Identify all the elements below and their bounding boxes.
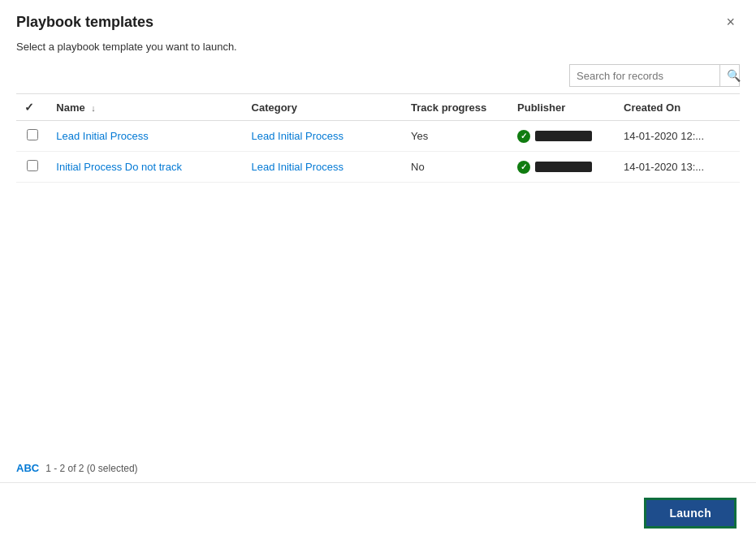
row-category-link[interactable]: Lead Initial Process xyxy=(252,130,343,142)
row-name-cell: Lead Initial Process xyxy=(48,121,243,152)
row-name-link[interactable]: Initial Process Do not track xyxy=(56,161,182,173)
header-check: ✓ xyxy=(16,94,48,121)
dialog-header: Playbook templates × xyxy=(0,0,756,37)
row-checkbox[interactable] xyxy=(27,129,38,140)
row-name-link[interactable]: Lead Initial Process xyxy=(56,130,148,142)
row-created-cell: 14-01-2020 13:... xyxy=(616,152,740,183)
header-publisher: Publisher xyxy=(509,94,616,121)
pagination-summary: 1 - 2 of 2 (0 selected) xyxy=(45,463,137,474)
publisher-redacted-name xyxy=(535,131,592,141)
pagination: ABC 1 - 2 of 2 (0 selected) xyxy=(0,454,756,482)
table-header-row: ✓ Name ↓ Category Track progress Publish… xyxy=(16,94,740,121)
search-input[interactable] xyxy=(570,66,719,86)
toolbar: 🔍 xyxy=(0,64,756,93)
row-publisher-cell: ✓ xyxy=(509,152,616,183)
row-check-cell xyxy=(16,121,48,152)
row-publisher-cell: ✓ xyxy=(509,121,616,152)
table-row: Initial Process Do not trackLead Initial… xyxy=(16,152,740,183)
table-row: Lead Initial ProcessLead Initial Process… xyxy=(16,121,740,152)
row-category-cell: Lead Initial Process xyxy=(244,121,404,152)
search-icon: 🔍 xyxy=(727,69,741,82)
dialog-container: Playbook templates × Select a playbook t… xyxy=(0,0,756,548)
check-icon: ✓ xyxy=(24,101,34,114)
row-name-cell: Initial Process Do not track xyxy=(48,152,243,183)
row-track-cell: No xyxy=(403,152,509,183)
header-category: Category xyxy=(244,94,404,121)
row-created-cell: 14-01-2020 12:... xyxy=(616,121,740,152)
publisher-status-icon: ✓ xyxy=(517,130,530,143)
publisher-status-icon: ✓ xyxy=(517,161,530,174)
launch-button[interactable]: Launch xyxy=(644,498,737,529)
dialog-subtitle: Select a playbook template you want to l… xyxy=(0,37,756,64)
row-category-cell: Lead Initial Process xyxy=(244,152,404,183)
row-checkbox[interactable] xyxy=(27,160,38,171)
row-check-cell xyxy=(16,152,48,183)
publisher-content: ✓ xyxy=(517,161,607,174)
sort-icon: ↓ xyxy=(91,103,96,113)
table-body: Lead Initial ProcessLead Initial Process… xyxy=(16,121,740,183)
dialog-title: Playbook templates xyxy=(16,14,153,31)
header-track-progress: Track progress xyxy=(403,94,509,121)
records-table: ✓ Name ↓ Category Track progress Publish… xyxy=(16,93,740,183)
table-container: ✓ Name ↓ Category Track progress Publish… xyxy=(0,93,756,454)
pagination-abc: ABC xyxy=(16,462,39,474)
row-track-cell: Yes xyxy=(403,121,509,152)
publisher-content: ✓ xyxy=(517,130,607,143)
close-button[interactable]: × xyxy=(721,13,740,31)
header-name[interactable]: Name ↓ xyxy=(48,94,243,121)
header-created-on: Created On xyxy=(616,94,740,121)
publisher-redacted-name xyxy=(535,162,592,172)
search-box: 🔍 xyxy=(569,64,740,87)
dialog-footer: Launch xyxy=(0,482,756,548)
search-button[interactable]: 🔍 xyxy=(719,65,747,86)
row-category-link[interactable]: Lead Initial Process xyxy=(252,161,343,173)
